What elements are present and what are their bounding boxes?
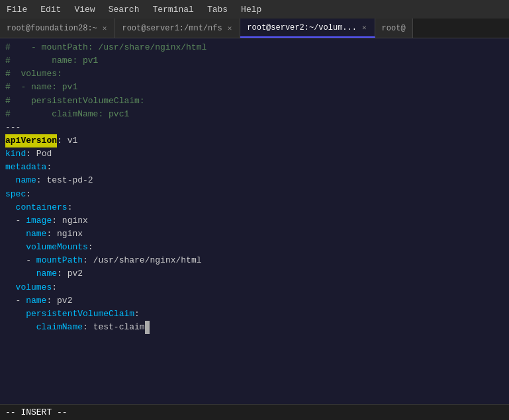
code-text: # name: pv1 [5,54,98,67]
code-text: test-pd-2 [42,174,93,187]
line-containers: containers: [5,201,504,214]
code-text: --- [5,121,21,134]
tab-label: root@ [382,24,406,33]
tab-label: root@foundation28:~ [7,24,97,33]
statusbar: -- INSERT -- [0,404,509,420]
code-text: # - mountPath: /usr/share/nginx/html [5,41,207,54]
menu-edit[interactable]: Edit [38,4,64,15]
code-key: persistentVolumeClaim [26,308,134,321]
code-indent [5,321,36,334]
code-key: name [26,294,46,308]
code-indent [5,241,26,254]
code-key: volumes [16,281,52,294]
code-text: - [26,254,36,267]
code-key: claimName [36,321,83,334]
line-image: - image: nginx [5,214,504,228]
tab-server2[interactable]: root@server2:~/volum... ✕ [240,19,375,38]
code-text: v1 [62,134,77,147]
line-spec: spec: [5,188,504,201]
tab-close-3[interactable]: ✕ [361,23,368,32]
line-name3: name: pv2 [5,267,504,280]
menu-help[interactable]: Help [238,4,264,15]
code-text: - [16,214,26,228]
menu-file[interactable]: File [4,4,30,15]
code-text: : [46,228,52,241]
code-text: : [83,254,88,267]
code-text: : [134,308,140,321]
line-metadata: metadata: [5,161,504,174]
code-key: name [16,174,36,187]
insert-mode-label: -- INSERT -- [5,407,68,417]
code-key: containers [16,201,68,214]
line-pvc: persistentVolumeClaim: [5,308,504,321]
menu-tabs[interactable]: Tabs [205,4,230,15]
line-name1: name: test-pd-2 [5,174,504,187]
line-volname: - name: pv2 [5,294,504,308]
code-text: nginx [57,214,88,228]
code-text: # persistentVolumeClaim: [5,95,145,108]
code-indent [5,214,16,228]
line-volumes: volumes: [5,281,504,294]
cursor [145,321,150,334]
code-text: : [57,267,62,280]
code-text: : [83,321,88,334]
tab-label: root@server2:~/volum... [247,23,357,32]
menubar: File Edit View Search Terminal Tabs Help [0,0,509,19]
code-text: : [68,201,73,214]
line-6: # claimName: pvc1 [5,108,504,121]
menu-view[interactable]: View [71,4,97,15]
code-text: # claimName: pvc1 [5,108,129,121]
line-volumemounts: volumeMounts: [5,241,504,254]
code-keyword: apiVersion [5,134,57,147]
code-text: pv2 [52,294,72,308]
code-indent [5,294,16,308]
tab-close-1[interactable]: ✕ [101,24,109,32]
tabbar: root@foundation28:~ ✕ root@server1:/mnt/… [0,19,509,38]
menu-search[interactable]: Search [106,4,142,15]
line-name2: name: nginx [5,228,504,241]
code-text: : [26,188,31,201]
tab-label: root@server1:/mnt/nfs [122,24,222,33]
tab-foundation28[interactable]: root@foundation28:~ ✕ [0,19,115,38]
code-text: # - name: pv1 [5,81,77,94]
code-text: : [46,294,52,308]
line-claimname: claimName: test-claim [5,321,504,334]
code-indent [5,267,36,280]
line-mountpath: - mountPath: /usr/share/nginx/html [5,254,504,267]
code-key: volumeMounts [26,241,88,254]
line-sep: --- [5,121,504,134]
code-text: Pod [31,147,52,161]
code-indent [5,174,16,187]
code-text: nginx [52,228,83,241]
code-key: kind [5,147,26,161]
code-text: : [46,161,52,174]
tab-close-2[interactable]: ✕ [226,24,234,32]
code-text: test-claim [88,321,145,334]
code-key: name [26,228,46,241]
code-text: /usr/share/nginx/html [88,254,202,267]
tab-root4[interactable]: root@ [375,19,413,38]
code-text: : [26,147,31,161]
editor[interactable]: # - mountPath: /usr/share/nginx/html # n… [0,38,509,404]
tab-server1[interactable]: root@server1:/mnt/nfs ✕ [115,19,240,38]
line-4: # - name: pv1 [5,81,504,94]
code-text: : [52,214,57,228]
code-indent [5,254,26,267]
code-indent [5,281,16,294]
line-2: # name: pv1 [5,54,504,67]
code-key: image [26,214,52,228]
code-indent [5,201,16,214]
code-indent [5,228,26,241]
code-key: spec [5,188,26,201]
line-5: # persistentVolumeClaim: [5,95,504,108]
code-text: # volumes: [5,67,62,81]
code-text: : [36,174,42,187]
menu-terminal[interactable]: Terminal [150,4,196,15]
code-key: name [36,267,57,280]
line-3: # volumes: [5,67,504,81]
code-key: metadata [5,161,46,174]
line-1: # - mountPath: /usr/share/nginx/html [5,41,504,54]
line-kind: kind: Pod [5,147,504,161]
code-text: : [88,241,93,254]
code-text: : [57,134,62,147]
